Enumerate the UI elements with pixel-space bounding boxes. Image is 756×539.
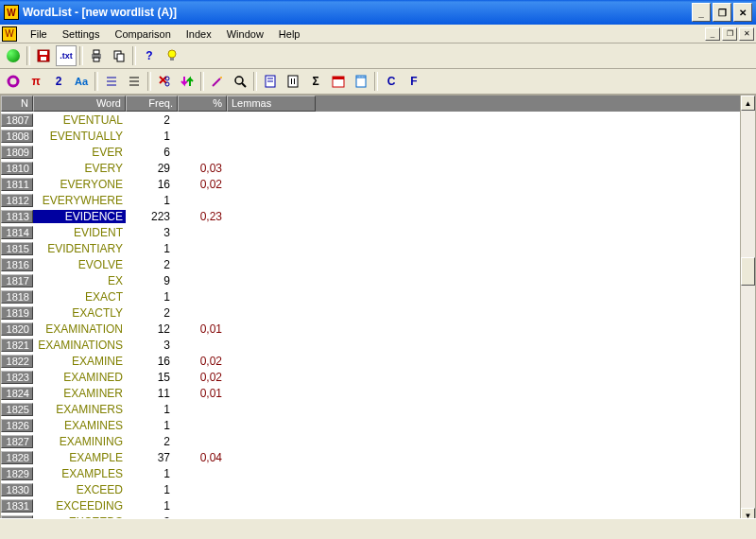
row-number: 1808 (1, 130, 33, 143)
mdi-restore-button[interactable]: ❐ (722, 27, 737, 41)
stats-button[interactable] (3, 71, 24, 92)
col-lemmas[interactable]: Lemmas (227, 96, 316, 112)
row-word: EXCEEDING (33, 499, 126, 513)
table-row[interactable]: 1826EXAMINES1 (1, 417, 755, 433)
table-row[interactable]: 1823EXAMINED150,02 (1, 369, 755, 385)
col-pct[interactable]: % (178, 96, 227, 112)
menu-window[interactable]: Window (219, 26, 271, 42)
menu-settings[interactable]: Settings (55, 26, 108, 42)
table-row[interactable]: 1810EVERY290,03 (1, 160, 755, 176)
table-row[interactable]: 1824EXAMINER110,01 (1, 385, 755, 401)
row-number: 1821 (1, 339, 33, 352)
table-row[interactable]: 1813EVIDENCE2230,23 (1, 208, 755, 224)
notes-button[interactable] (351, 71, 371, 92)
save-button[interactable] (33, 45, 54, 66)
row-number: 1830 (1, 483, 33, 496)
table-row[interactable]: 1821EXAMINATIONS3 (1, 337, 755, 353)
row-freq: 9 (126, 274, 178, 287)
f-button[interactable]: F (404, 71, 424, 92)
table-row[interactable]: 1817EX9 (1, 272, 755, 288)
menu-comparison[interactable]: Comparison (107, 26, 178, 42)
tip-button[interactable] (162, 45, 182, 66)
row-word: EVIDENCE (33, 210, 126, 223)
row-word: EXACT (33, 290, 126, 304)
menu-file[interactable]: File (23, 26, 55, 42)
sort-button[interactable] (177, 71, 198, 92)
scroll-track[interactable] (741, 111, 755, 508)
doc-button[interactable] (260, 71, 281, 92)
scroll-thumb[interactable] (741, 257, 755, 286)
row-freq: 2 (126, 258, 178, 271)
scroll-up-button[interactable]: ▲ (741, 96, 755, 111)
sigma-button[interactable]: Σ (305, 71, 326, 92)
table-row[interactable]: 1814EVIDENT3 (1, 224, 755, 240)
table-row[interactable]: 1825EXAMINERS1 (1, 401, 755, 417)
col-freq[interactable]: Freq. (126, 96, 178, 112)
svg-point-8 (168, 50, 176, 58)
c-button[interactable]: C (381, 71, 402, 92)
row-freq: 1 (126, 499, 178, 513)
help-button[interactable]: ? (139, 45, 160, 66)
start-button[interactable] (3, 45, 24, 66)
table-row[interactable]: 1812EVERYWHERE1 (1, 192, 755, 208)
col-n[interactable]: N (1, 96, 33, 112)
wordlist-grid[interactable]: N Word Freq. % Lemmas 1807EVENTUAL21808E… (0, 95, 756, 524)
two-button[interactable]: 2 (48, 71, 69, 92)
table-row[interactable]: 1830EXCEED1 (1, 481, 755, 497)
vertical-scrollbar[interactable]: ▲ ▼ (740, 96, 755, 523)
row-number: 1827 (1, 435, 33, 448)
close-button[interactable]: ✕ (733, 3, 752, 22)
green-dot-icon (7, 49, 20, 62)
table-row[interactable]: 1829EXAMPLES1 (1, 465, 755, 481)
wand-button[interactable] (207, 71, 228, 92)
col-word[interactable]: Word (33, 96, 126, 112)
copy-button[interactable] (109, 45, 129, 66)
notes-icon (353, 74, 369, 89)
svg-rect-2 (41, 57, 46, 61)
table-row[interactable]: 1818EXACT1 (1, 288, 755, 304)
pi-button[interactable]: π (26, 71, 46, 92)
table-row[interactable]: 1820EXAMINATION120,01 (1, 321, 755, 337)
list-button[interactable] (101, 71, 122, 92)
row-word: EXAMINES (33, 419, 126, 432)
table-row[interactable]: 1819EXACTLY2 (1, 304, 755, 321)
restore-button[interactable]: ❐ (713, 3, 731, 22)
table-row[interactable]: 1831EXCEEDING1 (1, 497, 755, 513)
table-row[interactable]: 1815EVIDENTIARY1 (1, 240, 755, 256)
doc2-button[interactable] (283, 71, 303, 92)
mdi-close-button[interactable]: ✕ (739, 27, 754, 41)
minimize-button[interactable]: _ (692, 3, 711, 22)
table-row[interactable]: 1816EVOLVE2 (1, 256, 755, 272)
table-row[interactable]: 1827EXAMINING2 (1, 433, 755, 449)
app-icon: W (4, 5, 19, 20)
menu-help[interactable]: Help (271, 26, 308, 42)
table-row[interactable]: 1808EVENTUALLY1 (1, 128, 755, 144)
menu-index[interactable]: Index (179, 26, 219, 42)
list2-button[interactable] (124, 71, 145, 92)
toolbar-2: π 2 Aa Σ C F (0, 69, 756, 95)
row-word: EVIDENTIARY (33, 242, 126, 255)
table-row[interactable]: 1822EXAMINE160,02 (1, 353, 755, 369)
row-word: EVENTUAL (33, 113, 126, 127)
table-row[interactable]: 1809EVER6 (1, 144, 755, 160)
calendar-button[interactable] (328, 71, 349, 92)
mdi-icon[interactable]: W (2, 26, 17, 42)
row-number: 1810 (1, 162, 33, 175)
mdi-minimize-button[interactable]: _ (705, 27, 720, 41)
separator (200, 72, 204, 91)
print-button[interactable] (86, 45, 107, 66)
aa-button[interactable]: Aa (71, 71, 92, 92)
search-button[interactable] (230, 71, 250, 92)
menu-bar: W File Settings Comparison Index Window … (0, 25, 756, 43)
save-txt-button[interactable]: .txt (56, 45, 77, 66)
table-row[interactable]: 1807EVENTUAL2 (1, 112, 755, 128)
magnifier-icon (232, 74, 248, 89)
window-title: WordList - [new wordlist (A)] (23, 6, 692, 19)
row-pct: 0,01 (178, 387, 227, 400)
table-row[interactable]: 1828EXAMPLE370,04 (1, 449, 755, 465)
list2-icon (127, 74, 142, 89)
row-number: 1813 (1, 210, 33, 223)
cut-button[interactable] (154, 71, 175, 92)
table-row[interactable]: 1811EVERYONE160,02 (1, 176, 755, 192)
row-number: 1823 (1, 371, 33, 384)
